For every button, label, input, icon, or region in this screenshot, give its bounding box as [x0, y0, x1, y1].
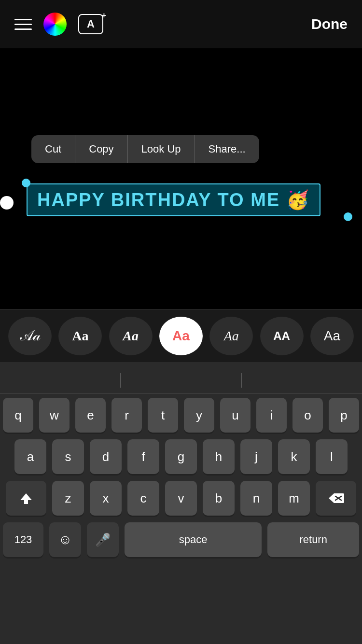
key-q[interactable]: q [3, 398, 33, 433]
font-thin[interactable]: Aa [310, 317, 354, 355]
key-z[interactable]: z [52, 481, 84, 516]
key-x[interactable]: x [90, 481, 122, 516]
key-u[interactable]: u [220, 398, 251, 433]
cut-button[interactable]: Cut [31, 135, 75, 163]
keyboard: q w e r t y u i o p a s d f g h j k l [0, 362, 362, 644]
suggestion-divider-2 [241, 373, 242, 388]
key-g[interactable]: g [165, 439, 197, 474]
copy-button[interactable]: Copy [75, 135, 127, 163]
mic-key[interactable]: 🎤 [87, 522, 119, 557]
context-menu: Cut Copy Look Up Share... [31, 135, 259, 163]
space-key[interactable]: space [125, 522, 262, 557]
lookup-button[interactable]: Look Up [128, 135, 195, 163]
key-m[interactable]: m [278, 481, 310, 516]
key-y[interactable]: y [184, 398, 214, 433]
key-t[interactable]: t [148, 398, 178, 433]
emoji-key[interactable]: ☺ [49, 522, 81, 557]
key-e[interactable]: e [75, 398, 106, 433]
key-l[interactable]: l [316, 439, 348, 474]
key-r[interactable]: r [111, 398, 142, 433]
text-format-icon[interactable]: A + [78, 14, 103, 34]
font-italic[interactable]: Aa [209, 317, 253, 355]
share-button[interactable]: Share... [195, 135, 259, 163]
birthday-text[interactable]: HAPPY BIRTHDAY TO ME 🥳 [27, 183, 320, 216]
key-p[interactable]: p [329, 398, 359, 433]
selection-handle-br[interactable] [344, 212, 352, 221]
text-label-container[interactable]: HAPPY BIRTHDAY TO ME 🥳 [27, 183, 348, 216]
key-v[interactable]: v [165, 481, 197, 516]
key-i[interactable]: i [256, 398, 287, 433]
num-key[interactable]: 123 [3, 522, 43, 557]
key-rows: q w e r t y u i o p a s d f g h j k l [0, 394, 362, 557]
key-row-1: q w e r t y u i o p [3, 398, 359, 433]
suggestion-divider-1 [120, 373, 121, 388]
key-row-2: a s d f g h j k l [3, 439, 359, 474]
suggestion-bar [0, 367, 362, 394]
top-bar: A + Done [0, 0, 362, 48]
key-f[interactable]: f [127, 439, 159, 474]
delete-key[interactable] [316, 481, 356, 516]
return-key[interactable]: return [267, 522, 359, 557]
key-k[interactable]: k [278, 439, 310, 474]
key-d[interactable]: d [90, 439, 122, 474]
top-bar-left: A + [14, 13, 103, 36]
key-c[interactable]: c [127, 481, 159, 516]
key-j[interactable]: j [240, 439, 272, 474]
key-h[interactable]: h [203, 439, 235, 474]
key-a[interactable]: a [14, 439, 46, 474]
font-script[interactable]: 𝒜𝒶 [8, 317, 52, 355]
font-caps[interactable]: AA [260, 317, 304, 355]
menu-icon[interactable] [14, 19, 32, 30]
key-n[interactable]: n [240, 481, 272, 516]
font-bold-serif[interactable]: Aa [109, 317, 153, 355]
key-s[interactable]: s [52, 439, 84, 474]
shift-key[interactable] [6, 481, 46, 516]
key-w[interactable]: w [39, 398, 70, 433]
key-row-4: 123 ☺ 🎤 space return [3, 522, 359, 557]
left-handle[interactable] [0, 196, 14, 210]
key-b[interactable]: b [203, 481, 235, 516]
selection-handle-tl[interactable] [22, 179, 30, 187]
key-o[interactable]: o [292, 398, 323, 433]
font-serif[interactable]: Aa [58, 317, 102, 355]
font-picker: 𝒜𝒶 Aa Aa Aa Aa AA Aa [0, 309, 362, 362]
key-row-3: z x c v b n m [3, 481, 359, 516]
done-button[interactable]: Done [311, 16, 348, 32]
font-active[interactable]: Aa [159, 317, 203, 355]
color-wheel-icon[interactable] [43, 13, 67, 36]
